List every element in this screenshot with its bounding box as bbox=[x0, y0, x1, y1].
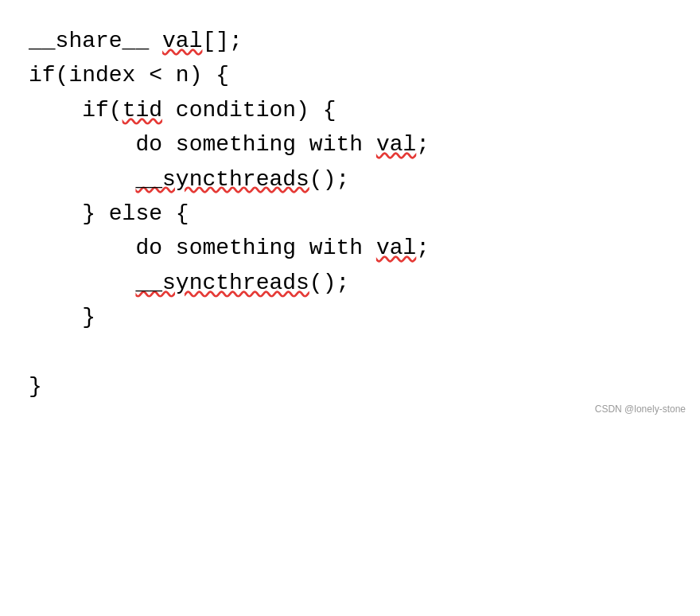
code-text-underline: val bbox=[376, 132, 416, 157]
code-text bbox=[29, 271, 135, 295]
code-text: ; bbox=[416, 236, 430, 260]
code-text-underline: __syncthreads bbox=[135, 167, 309, 192]
code-text: if(index < n) { bbox=[29, 63, 229, 88]
code-text: } bbox=[29, 374, 42, 399]
code-line-5: __syncthreads(); bbox=[29, 162, 671, 197]
code-text-underline: __syncthreads bbox=[135, 271, 309, 295]
code-text: if( bbox=[29, 98, 122, 123]
code-line-9: } bbox=[29, 300, 671, 334]
code-line-7: do something with val; bbox=[29, 231, 671, 265]
code-text-underline: tid bbox=[122, 98, 162, 123]
code-line-6: } else { bbox=[29, 197, 671, 231]
code-text: do something with bbox=[29, 236, 376, 260]
code-text: (); bbox=[309, 167, 349, 192]
code-text-underline: val bbox=[376, 236, 416, 260]
code-block: __share__ val[]; if(index < n) { if(tid … bbox=[0, 0, 700, 427]
code-line-8: __syncthreads(); bbox=[29, 266, 671, 300]
watermark: CSDN @lonely-stone bbox=[595, 402, 686, 417]
code-text: do something with bbox=[29, 132, 376, 157]
code-text: ; bbox=[416, 132, 430, 157]
code-text: (); bbox=[309, 271, 349, 295]
code-line-11: } bbox=[29, 369, 671, 404]
code-line-4: do something with val; bbox=[29, 127, 671, 162]
code-line-2: if(index < n) { bbox=[29, 58, 671, 92]
code-line-3: if(tid condition) { bbox=[29, 93, 671, 127]
code-text: __share__ bbox=[29, 29, 162, 53]
code-text: condition) { bbox=[162, 98, 336, 123]
code-text-underline: val bbox=[162, 29, 202, 53]
code-text bbox=[29, 167, 135, 192]
code-text: } bbox=[29, 305, 95, 329]
code-line-1: __share__ val[]; bbox=[29, 24, 671, 58]
code-line-10 bbox=[29, 335, 671, 369]
code-text: []; bbox=[202, 29, 242, 53]
code-text: } else { bbox=[29, 201, 189, 226]
